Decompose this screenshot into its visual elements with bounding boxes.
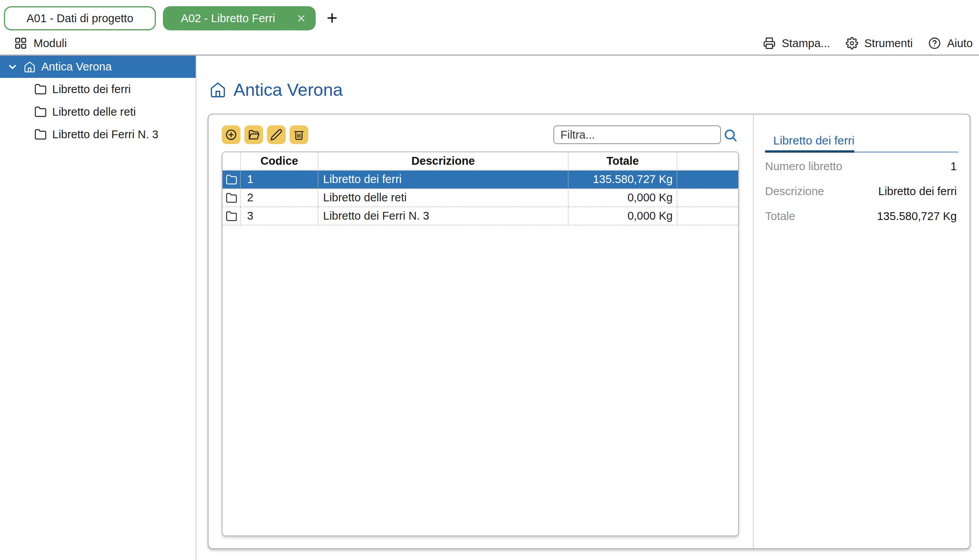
tree-root-label: Antica Verona (41, 60, 112, 73)
filter-input[interactable] (553, 125, 721, 144)
column-header-descrizione[interactable]: Descrizione (318, 152, 569, 171)
folder-icon (223, 171, 241, 189)
details-tab-libretto[interactable]: Libretto dei ferri (773, 134, 854, 147)
tab-dati-di-progetto[interactable]: A01 - Dati di progetto (4, 6, 156, 30)
folder-icon (223, 189, 241, 207)
field-value: Libretto dei ferri (878, 185, 957, 198)
cell-trailing (677, 207, 738, 225)
field-value: 135.580,727 Kg (877, 210, 957, 223)
field-label: Totale (765, 210, 795, 223)
field-value: 1 (951, 160, 957, 173)
tree-item-label: Libretto dei Ferri N. 3 (52, 128, 158, 141)
column-header[interactable] (223, 152, 241, 171)
cell-codice: 3 (241, 207, 318, 225)
gear-icon (846, 37, 858, 49)
tab-label: A02 - Libretto Ferri (181, 12, 275, 25)
table-toolbar (222, 125, 308, 144)
help-icon (928, 37, 941, 49)
field-descrizione: Descrizione Libretto dei ferri (765, 183, 957, 200)
menu-label: Aiuto (947, 37, 973, 50)
field-label: Descrizione (765, 185, 824, 198)
field-totale: Totale 135.580,727 Kg (765, 208, 957, 225)
sidebar-item-libretto-delle-reti[interactable]: Libretto delle reti (0, 100, 196, 123)
home-icon (209, 81, 226, 99)
home-icon (23, 61, 36, 73)
tab-label: A01 - Dati di progetto (27, 12, 133, 25)
tree-item-label: Libretto delle reti (52, 106, 136, 118)
page-title-text: Antica Verona (233, 80, 343, 100)
cell-codice: 1 (241, 171, 318, 189)
cell-totale: 0,000 Kg (569, 189, 677, 207)
sidebar-item-libretto-dei-ferri[interactable]: Libretto dei ferri (0, 78, 196, 100)
menu-stampa[interactable]: Stampa... (763, 37, 830, 50)
menu-strumenti[interactable]: Strumenti (846, 37, 913, 50)
folder-icon (34, 83, 47, 95)
page-title: Antica Verona (209, 80, 343, 100)
sidebar: Antica Verona Libretto dei ferri Librett… (0, 56, 196, 560)
chevron-down-icon[interactable] (7, 62, 18, 72)
underline-active (765, 150, 854, 153)
menu-label: Moduli (34, 37, 67, 50)
details-panel: Libretto dei ferri Numero libretto 1 Des… (754, 114, 970, 548)
modules-grid-icon (14, 37, 27, 50)
column-header-trailing (677, 152, 738, 171)
libretti-table: Codice Descrizione Totale 1 Libretto dei… (222, 151, 739, 536)
search-icon[interactable] (723, 128, 738, 143)
delete-trash-button[interactable] (290, 125, 308, 144)
printer-icon (763, 37, 776, 49)
cell-trailing (677, 171, 738, 189)
tree-item-label: Libretto dei ferri (52, 83, 131, 96)
cell-totale: 0,000 Kg (569, 207, 677, 225)
cell-trailing (677, 189, 738, 207)
menu-label: Strumenti (864, 37, 913, 50)
app-window: A01 - Dati di progetto A02 - Libretto Fe… (0, 0, 979, 560)
sidebar-item-libretto-dei-ferri-n3[interactable]: Libretto dei Ferri N. 3 (0, 123, 196, 146)
column-header-totale[interactable]: Totale (569, 152, 677, 171)
close-icon[interactable] (295, 12, 308, 25)
field-numero-libretto: Numero libretto 1 (765, 158, 957, 175)
menu-moduli[interactable]: Moduli (14, 37, 67, 50)
content-panel: Codice Descrizione Totale 1 Libretto dei… (208, 114, 970, 549)
folder-icon (223, 207, 241, 225)
menu-bar: Moduli Stampa... Strumenti (0, 33, 979, 54)
details-tab-underline (765, 150, 958, 153)
cell-descrizione: Libretto delle reti (318, 189, 569, 207)
add-button[interactable] (222, 125, 240, 144)
cell-descrizione: Libretto dei Ferri N. 3 (318, 207, 569, 225)
folder-icon (34, 106, 47, 118)
column-header-codice[interactable]: Codice (241, 152, 318, 171)
edit-pencil-button[interactable] (267, 125, 286, 144)
tab-libretto-ferri[interactable]: A02 - Libretto Ferri (163, 6, 316, 30)
cell-descrizione: Libretto dei ferri (318, 171, 569, 189)
sidebar-item-antica-verona[interactable]: Antica Verona (0, 56, 196, 78)
underline-track (854, 151, 958, 153)
cell-totale: 135.580,727 Kg (569, 171, 677, 189)
menu-label: Stampa... (782, 37, 830, 50)
menu-aiuto[interactable]: Aiuto (928, 37, 973, 50)
folder-icon (34, 128, 47, 141)
plus-icon: + (327, 7, 338, 28)
details-tab-label: Libretto dei ferri (773, 134, 854, 147)
new-tab-button[interactable]: + (322, 5, 342, 30)
open-button[interactable] (244, 125, 263, 144)
cell-codice: 2 (241, 189, 318, 207)
field-label: Numero libretto (765, 160, 842, 173)
